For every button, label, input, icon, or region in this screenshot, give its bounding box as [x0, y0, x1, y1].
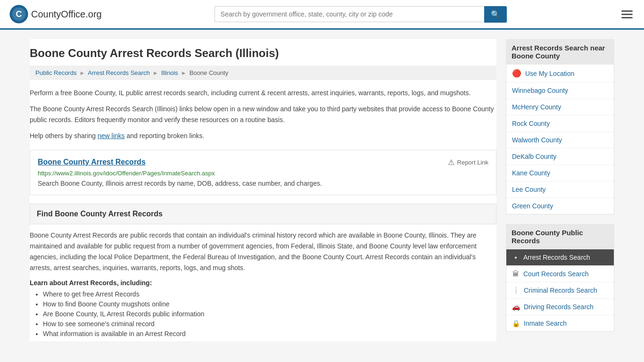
walworth-link[interactable]: Walworth County [512, 136, 562, 144]
winnebago-link[interactable]: Winnebago County [512, 87, 568, 94]
sidebar-pub-rec-criminal[interactable]: ❕ Criminal Records Search [506, 282, 614, 299]
breadcrumb-arrest-records-search[interactable]: Arrest Records Search [88, 69, 150, 76]
search-icon: 🔍 [491, 10, 500, 18]
sidebar-item-green[interactable]: Green County [506, 198, 614, 214]
main-container: Boone County Arrest Records Search (Illi… [20, 30, 624, 351]
logo[interactable]: C CountyOffice.org [9, 5, 102, 24]
sidebar-pub-rec-heading: Boone County Public Records [506, 224, 614, 249]
sidebar-nearby-heading: Arrest Records Search near Boone County [506, 39, 614, 65]
sidebar-item-walworth[interactable]: Walworth County [506, 132, 614, 148]
search-input[interactable] [215, 6, 484, 22]
record-description: Search Boone County, Illinois arrest rec… [38, 180, 488, 187]
find-title: Find Boone County Arrest Records [37, 210, 489, 218]
sidebar-pub-rec-court[interactable]: 🏛 Court Records Search [506, 266, 614, 282]
rock-link[interactable]: Rock County [512, 120, 550, 127]
list-item: Where to get free Arrest Records [43, 290, 496, 298]
site-header: C CountyOffice.org 🔍 [0, 0, 644, 30]
list-item: Are Boone County, IL Arrest Records publ… [43, 310, 496, 318]
sidebar-pub-rec-inmate[interactable]: 🔒 Inmate Search [506, 315, 614, 331]
sidebar-pub-rec-section: Boone County Public Records ▪ Arrest Rec… [506, 224, 614, 332]
record-card-header: Boone County Arrest Records ⚠ Report Lin… [38, 158, 488, 167]
sidebar-item-winnebago[interactable]: Winnebago County [506, 82, 614, 99]
arrest-records-link[interactable]: Arrest Records Search [523, 254, 590, 261]
description-3: Help others by sharing new links and rep… [30, 131, 496, 141]
court-icon: 🏛 [512, 270, 520, 278]
logo-icon: C [9, 5, 28, 24]
sidebar-item-lee[interactable]: Lee County [506, 181, 614, 198]
sidebar-item-kane[interactable]: Kane County [506, 165, 614, 181]
sidebar-pub-rec-driving[interactable]: 🚗 Driving Records Search [506, 299, 614, 315]
kane-link[interactable]: Kane County [512, 169, 550, 177]
inmate-icon: 🔒 [512, 320, 520, 327]
sidebar-item-rock[interactable]: Rock County [506, 115, 614, 132]
record-title[interactable]: Boone County Arrest Records [38, 158, 146, 166]
new-links-link[interactable]: new links [98, 132, 125, 140]
sidebar-use-location[interactable]: 🔴 Use My Location [506, 65, 614, 82]
sidebar: Arrest Records Search near Boone County … [506, 39, 614, 341]
breadcrumb-sep: ► [181, 70, 187, 76]
inmate-search-link[interactable]: Inmate Search [524, 320, 567, 327]
sidebar-nearby-section: Arrest Records Search near Boone County … [506, 39, 614, 214]
report-link-button[interactable]: ⚠ Report Link [448, 158, 488, 167]
court-records-link[interactable]: Court Records Search [523, 270, 589, 278]
green-link[interactable]: Green County [512, 202, 553, 210]
sidebar-pub-rec-links: ▪ Arrest Records Search 🏛 Court Records … [506, 249, 614, 332]
page-title: Boone County Arrest Records Search (Illi… [30, 39, 496, 66]
mchenry-link[interactable]: McHenry County [512, 103, 561, 111]
arrest-icon: ▪ [512, 254, 520, 261]
list-item: What information is available in an Arre… [43, 330, 496, 337]
report-icon: ⚠ [448, 158, 454, 167]
learn-list: Where to get free Arrest Records How to … [30, 290, 496, 337]
record-url[interactable]: https://www2.illinois.gov/idoc/Offender/… [38, 170, 488, 177]
breadcrumb-current: Boone County [190, 69, 228, 76]
record-card: Boone County Arrest Records ⚠ Report Lin… [30, 150, 496, 195]
find-section: Find Boone County Arrest Records [30, 204, 496, 224]
breadcrumb-public-records[interactable]: Public Records [35, 69, 76, 76]
sidebar-item-mchenry[interactable]: McHenry County [506, 99, 614, 115]
breadcrumb-sep: ► [153, 70, 158, 76]
location-icon: 🔴 [512, 69, 521, 78]
description-1: Perform a free Boone County, IL public a… [30, 88, 496, 98]
lee-link[interactable]: Lee County [512, 186, 546, 193]
criminal-records-link[interactable]: Criminal Records Search [524, 287, 597, 294]
sidebar-nearby-links: 🔴 Use My Location Winnebago County McHen… [506, 65, 614, 214]
description-2: The Boone County Arrest Records Search (… [30, 104, 496, 125]
hamburger-line [621, 17, 633, 18]
learn-title: Learn about Arrest Records, including: [30, 279, 496, 287]
find-body-text: Boone County Arrest Records are public r… [30, 230, 496, 273]
search-area: 🔍 [215, 6, 507, 23]
driving-icon: 🚗 [512, 303, 520, 311]
search-button[interactable]: 🔍 [484, 6, 507, 23]
breadcrumb-sep: ► [79, 70, 85, 76]
breadcrumb: Public Records ► Arrest Records Search ►… [30, 66, 496, 80]
breadcrumb-illinois[interactable]: Illinois [161, 69, 178, 76]
list-item: How to find Boone County mugshots online [43, 300, 496, 308]
sidebar-item-dekalb[interactable]: DeKalb County [506, 148, 614, 165]
sidebar-pub-rec-arrest[interactable]: ▪ Arrest Records Search [506, 249, 614, 266]
hamburger-line [621, 14, 633, 15]
criminal-icon: ❕ [512, 287, 520, 294]
use-location-link[interactable]: Use My Location [525, 70, 574, 77]
menu-button[interactable] [619, 8, 635, 20]
list-item: How to see someone's criminal record [43, 320, 496, 328]
dekalb-link[interactable]: DeKalb County [512, 153, 556, 160]
logo-text: CountyOffice.org [31, 9, 102, 20]
driving-records-link[interactable]: Driving Records Search [524, 303, 594, 311]
svg-text:C: C [16, 9, 22, 19]
content-area: Boone County Arrest Records Search (Illi… [30, 39, 496, 341]
hamburger-line [621, 10, 633, 12]
